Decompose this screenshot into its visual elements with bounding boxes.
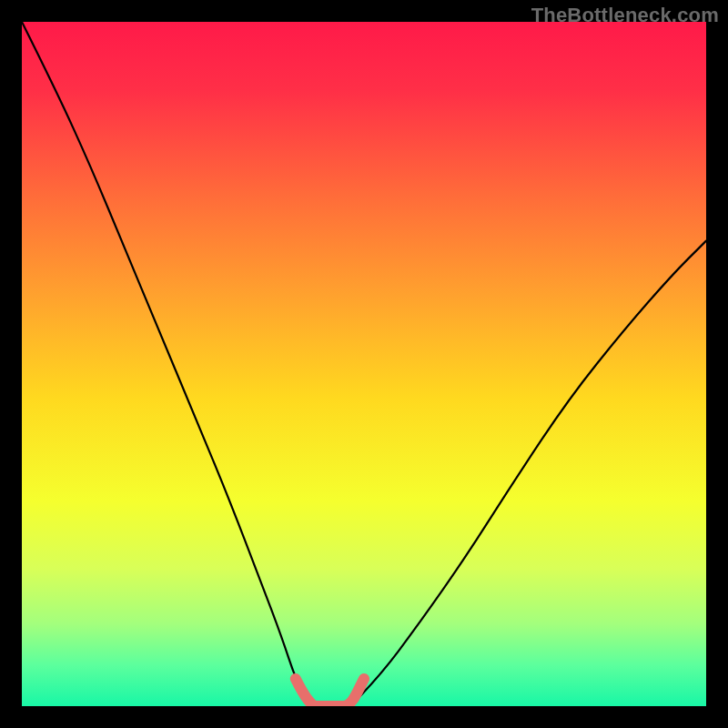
optimal-range-highlight	[296, 679, 364, 706]
curve-right-branch	[350, 241, 706, 706]
chart-frame: TheBottleneck.com	[0, 0, 728, 728]
curve-left-branch	[22, 22, 309, 706]
plot-area	[22, 22, 706, 706]
watermark-text: TheBottleneck.com	[531, 4, 719, 27]
bottleneck-curve	[22, 22, 706, 706]
